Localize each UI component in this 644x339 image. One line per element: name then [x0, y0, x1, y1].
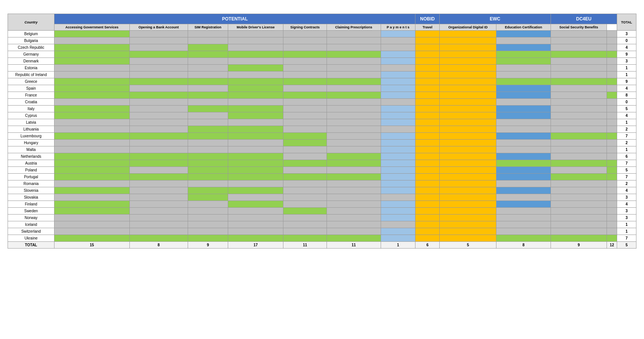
- data-cell: [496, 72, 551, 78]
- country-cell: Slovenia: [8, 187, 54, 194]
- data-cell: [129, 58, 188, 65]
- table-row: Czech Republic4: [8, 44, 636, 51]
- data-cell: [283, 215, 327, 221]
- data-cell: [551, 201, 607, 208]
- data-cell: [607, 85, 617, 92]
- data-cell: [188, 72, 228, 78]
- table-row: Estonia1: [8, 65, 636, 72]
- data-cell: [607, 160, 617, 167]
- data-cell: [496, 106, 551, 112]
- total-cell: 8: [617, 92, 636, 99]
- data-cell: [439, 215, 496, 221]
- country-cell: Lithuania: [8, 126, 54, 133]
- data-cell: [439, 31, 496, 37]
- data-cell: [54, 208, 130, 215]
- data-cell: [129, 153, 188, 160]
- country-cell: Sweden: [8, 208, 54, 215]
- data-cell: [439, 106, 496, 112]
- data-cell: [496, 146, 551, 153]
- data-cell: [54, 99, 130, 106]
- total-cell: 4: [617, 187, 636, 194]
- data-cell: [129, 78, 188, 85]
- data-cell: [381, 65, 415, 72]
- totals-value: 6: [415, 242, 440, 249]
- data-cell: [551, 174, 607, 180]
- total-cell: 1: [617, 72, 636, 78]
- table-row: Republic of Ireland1: [8, 72, 636, 78]
- col-header-sim-reg: SIM Registration: [188, 24, 228, 31]
- data-cell: [607, 106, 617, 112]
- data-cell: [439, 221, 496, 228]
- data-cell: [496, 201, 551, 208]
- data-cell: [228, 119, 283, 126]
- total-cell: 4: [617, 85, 636, 92]
- data-cell: [129, 140, 188, 146]
- data-cell: [188, 167, 228, 174]
- total-cell: 0: [617, 99, 636, 106]
- data-cell: [551, 119, 607, 126]
- data-cell: [415, 187, 440, 194]
- data-cell: [551, 167, 607, 174]
- data-cell: [129, 51, 188, 58]
- data-cell: [551, 146, 607, 153]
- data-cell: [283, 126, 327, 133]
- data-cell: [381, 235, 415, 242]
- data-cell: [228, 167, 283, 174]
- data-cell: [381, 85, 415, 92]
- data-cell: [228, 126, 283, 133]
- data-cell: [439, 37, 496, 44]
- data-cell: [551, 31, 607, 37]
- data-cell: [327, 112, 381, 119]
- data-cell: [381, 160, 415, 167]
- data-cell: [551, 187, 607, 194]
- country-cell: Portugal: [8, 174, 54, 180]
- col-header-claiming: Claiming Prescriptions: [327, 24, 381, 31]
- data-cell: [228, 51, 283, 58]
- data-cell: [496, 215, 551, 221]
- data-cell: [188, 153, 228, 160]
- data-cell: [381, 215, 415, 221]
- data-cell: [551, 106, 607, 112]
- country-cell: Republic of Ireland: [8, 72, 54, 78]
- data-cell: [54, 85, 130, 92]
- data-cell: [439, 85, 496, 92]
- data-cell: [54, 37, 130, 44]
- data-cell: [327, 72, 381, 78]
- col-header-payments: P a y m e n t s: [381, 24, 415, 31]
- data-cell: [129, 180, 188, 187]
- country-cell: Cyprus: [8, 112, 54, 119]
- data-cell: [283, 31, 327, 37]
- data-cell: [188, 119, 228, 126]
- data-cell: [188, 208, 228, 215]
- data-cell: [496, 99, 551, 106]
- total-cell: 5: [617, 106, 636, 112]
- table-row: France8: [8, 92, 636, 99]
- data-cell: [415, 140, 440, 146]
- data-cell: [496, 65, 551, 72]
- data-cell: [129, 72, 188, 78]
- data-cell: [327, 133, 381, 140]
- data-cell: [188, 92, 228, 99]
- table-row: Slovakia3: [8, 194, 636, 201]
- total-cell: 3: [617, 215, 636, 221]
- data-cell: [439, 72, 496, 78]
- data-cell: [54, 119, 130, 126]
- country-cell: Italy: [8, 106, 54, 112]
- data-cell: [415, 133, 440, 140]
- data-cell: [228, 201, 283, 208]
- data-cell: [496, 140, 551, 146]
- totals-value: 1: [381, 242, 415, 249]
- total-cell: 7: [617, 235, 636, 242]
- data-cell: [188, 187, 228, 194]
- total-cell: 1: [617, 228, 636, 235]
- data-cell: [381, 126, 415, 133]
- total-cell: 9: [617, 78, 636, 85]
- data-cell: [439, 180, 496, 187]
- data-cell: [283, 106, 327, 112]
- data-cell: [129, 119, 188, 126]
- data-cell: [415, 85, 440, 92]
- data-cell: [228, 37, 283, 44]
- table-row: Netherlands6: [8, 153, 636, 160]
- data-cell: [496, 51, 551, 58]
- table-row: Slovenia4: [8, 187, 636, 194]
